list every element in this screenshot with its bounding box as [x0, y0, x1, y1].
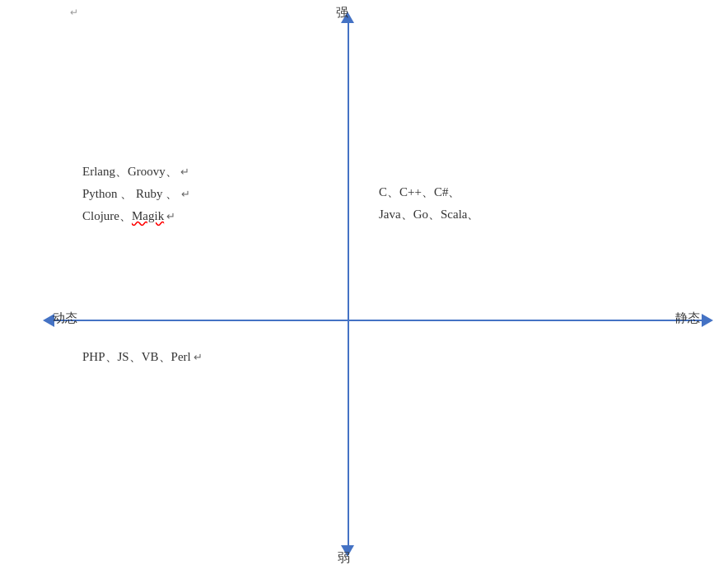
top-left-line3: Clojure、Magik ↵: [82, 205, 190, 227]
return-icon-1: ↵: [178, 166, 189, 178]
top-left-line2: Python 、 Ruby 、 ↵: [82, 183, 190, 205]
bottom-left-line1: PHP、JS、VB、Perl ↵: [82, 346, 203, 368]
quadrant-top-left: Erlang、Groovy、 ↵ Python 、 Ruby 、 ↵ Cloju…: [82, 161, 190, 227]
top-right-line2: Java、Go、Scala、: [379, 203, 479, 226]
magik-text: Magik: [132, 209, 164, 222]
chart-container: 强 弱 动态 静态 Erlang、Groovy、 ↵ Python 、 Ruby…: [0, 0, 728, 579]
top-right-line1: C、C++、C#、: [379, 181, 479, 203]
quadrant-bottom-left: PHP、JS、VB、Perl ↵: [82, 346, 203, 368]
return-icon-4: ↵: [191, 351, 203, 363]
arrow-right-icon: [702, 314, 713, 327]
top-left-line1: Erlang、Groovy、 ↵: [82, 161, 190, 183]
return-icon-2: ↵: [178, 188, 189, 200]
return-icon-3: ↵: [164, 210, 175, 222]
label-static: 静态: [675, 311, 700, 326]
label-strong: 强: [336, 5, 348, 21]
label-weak: 弱: [338, 550, 350, 566]
label-dynamic: 动态: [53, 311, 77, 326]
quadrant-top-right: C、C++、C#、 Java、Go、Scala、: [379, 181, 479, 226]
corner-mark: ↵: [70, 7, 78, 19]
vertical-axis: [348, 16, 349, 552]
horizontal-axis: [49, 320, 708, 321]
